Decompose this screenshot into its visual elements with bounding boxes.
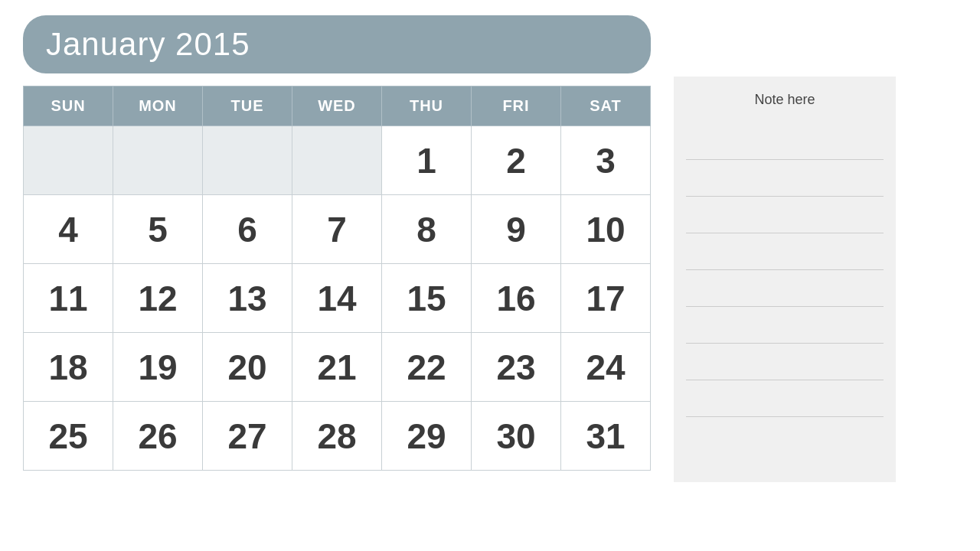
calendar-cell[interactable]: 20: [203, 333, 292, 402]
calendar-cell[interactable]: 10: [561, 195, 651, 264]
calendar-cell[interactable]: 30: [472, 402, 561, 471]
day-header-tue: TUE: [203, 86, 292, 126]
calendar-cell[interactable]: 15: [382, 264, 472, 333]
day-header-fri: FRI: [472, 86, 561, 126]
day-header-mon: MON: [113, 86, 203, 126]
day-header-wed: WED: [292, 86, 382, 126]
calendar-cell[interactable]: 29: [382, 402, 472, 471]
calendar-cell[interactable]: 24: [561, 333, 651, 402]
calendar-cell[interactable]: 13: [203, 264, 292, 333]
week-row-5: 25262728293031: [24, 402, 651, 471]
calendar-cell[interactable]: 31: [561, 402, 651, 471]
calendar-cell[interactable]: 16: [472, 264, 561, 333]
calendar-cell[interactable]: 9: [472, 195, 561, 264]
note-line: [686, 160, 884, 197]
calendar-cell[interactable]: 6: [203, 195, 292, 264]
day-header-sun: SUN: [24, 86, 113, 126]
calendar-cell[interactable]: 18: [24, 333, 113, 402]
calendar-cell[interactable]: 14: [292, 264, 382, 333]
calendar-cell[interactable]: [292, 126, 382, 195]
week-row-4: 18192021222324: [24, 333, 651, 402]
calendar-cell[interactable]: 4: [24, 195, 113, 264]
calendar-section: January 2015 SUNMONTUEWEDTHUFRISAT 12345…: [23, 15, 651, 471]
calendar-cell[interactable]: 11: [24, 264, 113, 333]
note-line: [686, 307, 884, 344]
note-title: Note here: [686, 92, 884, 108]
calendar-cell[interactable]: [203, 126, 292, 195]
calendar-cell[interactable]: 28: [292, 402, 382, 471]
week-row-2: 45678910: [24, 195, 651, 264]
calendar-cell[interactable]: 23: [472, 333, 561, 402]
calendar-cell[interactable]: 17: [561, 264, 651, 333]
calendar-cell[interactable]: 21: [292, 333, 382, 402]
week-row-3: 11121314151617: [24, 264, 651, 333]
note-lines-container: [686, 123, 884, 417]
day-header-thu: THU: [382, 86, 472, 126]
calendar-cell[interactable]: 19: [113, 333, 203, 402]
note-line: [686, 123, 884, 160]
note-line: [686, 233, 884, 270]
calendar-cell[interactable]: 7: [292, 195, 382, 264]
note-section: Note here: [674, 77, 896, 482]
calendar-cell[interactable]: 3: [561, 126, 651, 195]
note-line: [686, 270, 884, 307]
calendar-cell[interactable]: 26: [113, 402, 203, 471]
note-line: [686, 344, 884, 380]
note-line: [686, 380, 884, 417]
calendar-cell[interactable]: 8: [382, 195, 472, 264]
calendar-cell[interactable]: 22: [382, 333, 472, 402]
calendar-cell[interactable]: 5: [113, 195, 203, 264]
note-line: [686, 197, 884, 233]
calendar-cell[interactable]: 2: [472, 126, 561, 195]
main-container: January 2015 SUNMONTUEWEDTHUFRISAT 12345…: [23, 15, 957, 482]
calendar-cell[interactable]: 25: [24, 402, 113, 471]
calendar-cell[interactable]: [113, 126, 203, 195]
month-label: January 2015: [23, 15, 651, 73]
calendar-cell[interactable]: [24, 126, 113, 195]
day-header-sat: SAT: [561, 86, 651, 126]
calendar-cell[interactable]: 1: [382, 126, 472, 195]
calendar-cell[interactable]: 27: [203, 402, 292, 471]
calendar-grid: SUNMONTUEWEDTHUFRISAT 123456789101112131…: [23, 86, 651, 471]
week-row-1: 123: [24, 126, 651, 195]
calendar-cell[interactable]: 12: [113, 264, 203, 333]
day-headers-row: SUNMONTUEWEDTHUFRISAT: [24, 86, 651, 126]
